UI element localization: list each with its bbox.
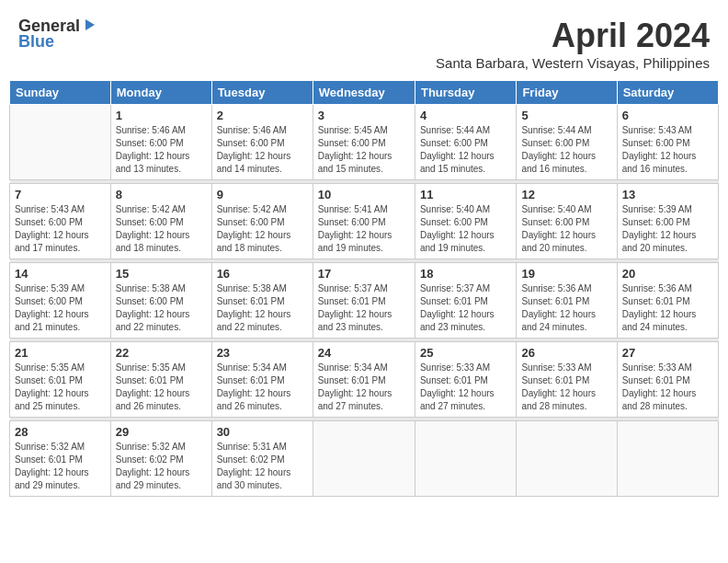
table-row: 24Sunrise: 5:34 AMSunset: 6:01 PMDayligh… [313, 342, 415, 418]
table-row [517, 421, 617, 497]
svg-marker-0 [85, 19, 95, 30]
table-row: 17Sunrise: 5:37 AMSunset: 6:01 PMDayligh… [313, 263, 415, 339]
day-number: 30 [217, 425, 308, 439]
day-info: Sunrise: 5:34 AMSunset: 6:01 PMDaylight:… [318, 362, 410, 413]
day-number: 9 [217, 188, 308, 201]
day-number: 10 [318, 188, 410, 201]
day-number: 20 [622, 267, 713, 281]
day-number: 3 [318, 109, 410, 122]
day-info: Sunrise: 5:35 AMSunset: 6:01 PMDaylight:… [116, 362, 207, 413]
location-subtitle: Santa Barbara, Western Visayas, Philippi… [436, 55, 710, 71]
day-info: Sunrise: 5:36 AMSunset: 6:01 PMDaylight:… [622, 282, 713, 334]
day-info: Sunrise: 5:40 AMSunset: 6:00 PMDaylight:… [420, 203, 511, 255]
header-tuesday: Tuesday [211, 81, 313, 105]
day-number: 1 [116, 109, 207, 122]
table-row: 22Sunrise: 5:35 AMSunset: 6:01 PMDayligh… [110, 342, 211, 418]
day-number: 27 [622, 346, 713, 360]
day-number: 19 [521, 267, 611, 281]
calendar-table: Sunday Monday Tuesday Wednesday Thursday… [9, 80, 719, 497]
day-info: Sunrise: 5:41 AMSunset: 6:00 PMDaylight:… [318, 203, 410, 255]
day-number: 7 [15, 188, 106, 201]
calendar-week-5: 28Sunrise: 5:32 AMSunset: 6:01 PMDayligh… [10, 421, 719, 497]
day-info: Sunrise: 5:43 AMSunset: 6:00 PMDaylight:… [622, 124, 713, 176]
day-number: 14 [15, 267, 106, 281]
table-row [10, 105, 111, 180]
day-info: Sunrise: 5:38 AMSunset: 6:01 PMDaylight:… [217, 282, 308, 334]
day-info: Sunrise: 5:31 AMSunset: 6:02 PMDaylight:… [217, 441, 308, 492]
day-info: Sunrise: 5:34 AMSunset: 6:01 PMDaylight:… [217, 362, 308, 413]
table-row: 10Sunrise: 5:41 AMSunset: 6:00 PMDayligh… [313, 184, 415, 259]
day-number: 5 [521, 109, 611, 122]
day-number: 4 [420, 109, 511, 122]
table-row: 11Sunrise: 5:40 AMSunset: 6:00 PMDayligh… [415, 184, 516, 259]
day-info: Sunrise: 5:33 AMSunset: 6:01 PMDaylight:… [420, 362, 511, 413]
day-info: Sunrise: 5:39 AMSunset: 6:00 PMDaylight:… [622, 203, 713, 255]
day-number: 15 [116, 267, 207, 281]
table-row: 3Sunrise: 5:45 AMSunset: 6:00 PMDaylight… [313, 105, 415, 180]
day-number: 23 [217, 346, 308, 360]
calendar-header-row: Sunday Monday Tuesday Wednesday Thursday… [10, 81, 719, 105]
day-info: Sunrise: 5:42 AMSunset: 6:00 PMDaylight:… [217, 203, 308, 255]
day-number: 12 [521, 188, 611, 201]
table-row: 6Sunrise: 5:43 AMSunset: 6:00 PMDaylight… [617, 105, 718, 180]
table-row: 8Sunrise: 5:42 AMSunset: 6:00 PMDaylight… [110, 184, 211, 259]
table-row: 14Sunrise: 5:39 AMSunset: 6:00 PMDayligh… [10, 263, 111, 339]
page-header: General Blue April 2024 Santa Barbara, W… [9, 9, 719, 75]
table-row [617, 421, 718, 497]
table-row: 23Sunrise: 5:34 AMSunset: 6:01 PMDayligh… [211, 342, 313, 418]
day-number: 24 [318, 346, 410, 360]
table-row: 15Sunrise: 5:38 AMSunset: 6:00 PMDayligh… [110, 263, 211, 339]
logo: General Blue [18, 17, 97, 52]
logo-arrow-icon [82, 17, 97, 36]
table-row: 12Sunrise: 5:40 AMSunset: 6:00 PMDayligh… [517, 184, 617, 259]
day-number: 16 [217, 267, 308, 281]
day-number: 11 [420, 188, 511, 201]
day-info: Sunrise: 5:44 AMSunset: 6:00 PMDaylight:… [521, 124, 611, 176]
day-info: Sunrise: 5:40 AMSunset: 6:00 PMDaylight:… [521, 203, 611, 255]
header-friday: Friday [517, 81, 617, 105]
table-row [415, 421, 516, 497]
day-info: Sunrise: 5:32 AMSunset: 6:02 PMDaylight:… [116, 441, 207, 492]
day-number: 29 [116, 425, 207, 439]
table-row: 13Sunrise: 5:39 AMSunset: 6:00 PMDayligh… [617, 184, 718, 259]
table-row: 2Sunrise: 5:46 AMSunset: 6:00 PMDaylight… [211, 105, 313, 180]
table-row: 25Sunrise: 5:33 AMSunset: 6:01 PMDayligh… [415, 342, 516, 418]
table-row: 27Sunrise: 5:33 AMSunset: 6:01 PMDayligh… [617, 342, 718, 418]
day-info: Sunrise: 5:45 AMSunset: 6:00 PMDaylight:… [318, 124, 410, 176]
header-thursday: Thursday [415, 81, 516, 105]
table-row: 18Sunrise: 5:37 AMSunset: 6:01 PMDayligh… [415, 263, 516, 339]
table-row: 30Sunrise: 5:31 AMSunset: 6:02 PMDayligh… [211, 421, 313, 497]
header-wednesday: Wednesday [313, 81, 415, 105]
table-row: 20Sunrise: 5:36 AMSunset: 6:01 PMDayligh… [617, 263, 718, 339]
day-info: Sunrise: 5:37 AMSunset: 6:01 PMDaylight:… [318, 282, 410, 334]
day-info: Sunrise: 5:37 AMSunset: 6:01 PMDaylight:… [420, 282, 511, 334]
calendar-week-3: 14Sunrise: 5:39 AMSunset: 6:00 PMDayligh… [10, 263, 719, 339]
day-info: Sunrise: 5:35 AMSunset: 6:01 PMDaylight:… [15, 362, 106, 413]
table-row: 7Sunrise: 5:43 AMSunset: 6:00 PMDaylight… [10, 184, 111, 259]
day-number: 17 [318, 267, 410, 281]
day-number: 28 [15, 425, 106, 439]
table-row: 1Sunrise: 5:46 AMSunset: 6:00 PMDaylight… [110, 105, 211, 180]
day-number: 13 [622, 188, 713, 201]
table-row: 28Sunrise: 5:32 AMSunset: 6:01 PMDayligh… [10, 421, 111, 497]
day-number: 26 [521, 346, 611, 360]
day-info: Sunrise: 5:42 AMSunset: 6:00 PMDaylight:… [116, 203, 207, 255]
calendar-week-2: 7Sunrise: 5:43 AMSunset: 6:00 PMDaylight… [10, 184, 719, 259]
calendar-week-1: 1Sunrise: 5:46 AMSunset: 6:00 PMDaylight… [10, 105, 719, 180]
header-monday: Monday [110, 81, 211, 105]
day-info: Sunrise: 5:33 AMSunset: 6:01 PMDaylight:… [521, 362, 611, 413]
day-number: 6 [622, 109, 713, 122]
day-info: Sunrise: 5:38 AMSunset: 6:00 PMDaylight:… [116, 282, 207, 334]
day-number: 18 [420, 267, 511, 281]
day-info: Sunrise: 5:32 AMSunset: 6:01 PMDaylight:… [15, 441, 106, 492]
day-info: Sunrise: 5:36 AMSunset: 6:01 PMDaylight:… [521, 282, 611, 334]
title-section: April 2024 Santa Barbara, Western Visaya… [436, 17, 710, 71]
table-row: 19Sunrise: 5:36 AMSunset: 6:01 PMDayligh… [517, 263, 617, 339]
header-sunday: Sunday [10, 81, 111, 105]
day-info: Sunrise: 5:43 AMSunset: 6:00 PMDaylight:… [15, 203, 106, 255]
table-row: 9Sunrise: 5:42 AMSunset: 6:00 PMDaylight… [211, 184, 313, 259]
day-number: 2 [217, 109, 308, 122]
day-number: 21 [15, 346, 106, 360]
header-saturday: Saturday [617, 81, 718, 105]
table-row: 21Sunrise: 5:35 AMSunset: 6:01 PMDayligh… [10, 342, 111, 418]
